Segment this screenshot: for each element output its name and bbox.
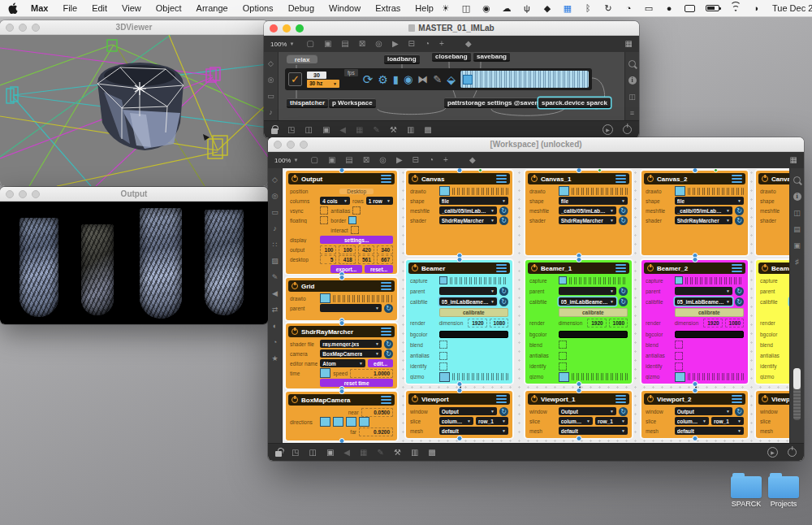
menu-hamburger-icon[interactable]: [381, 282, 391, 290]
value-chip[interactable]: Desktop: [339, 189, 374, 194]
refresh-button[interactable]: ↻: [735, 287, 744, 296]
checkbox[interactable]: [675, 341, 683, 349]
dropdown[interactable]: default▼: [439, 427, 508, 435]
calibrate-button[interactable]: calibrate: [439, 308, 508, 317]
menu-item-debug[interactable]: Debug: [281, 3, 322, 13]
package-icon[interactable]: ◇: [268, 60, 274, 67]
rate-dropdown[interactable]: 30 hz▼: [307, 80, 339, 88]
checkbox[interactable]: [346, 417, 356, 427]
dropdown[interactable]: ▼: [675, 287, 732, 295]
button[interactable]: settings...: [320, 236, 393, 244]
eye-icon[interactable]: ◉: [404, 74, 412, 85]
new-object-icon[interactable]: ▣: [324, 40, 331, 48]
toggle-box[interactable]: ✓: [288, 72, 302, 86]
menu-item-file[interactable]: File: [55, 3, 84, 13]
layers-icon[interactable]: ▣: [326, 449, 334, 457]
refresh-button[interactable]: ↻: [384, 349, 393, 358]
dropdown[interactable]: 05_imLabBeamer2.xml▼: [559, 297, 616, 306]
module-Beamer_3[interactable]: Beamer_3captureparent▼↻calibfile05_imLab…: [756, 260, 789, 384]
module-ShdrRayMarcher[interactable]: ShdrRayMarchershader fileray.menger.jxs▼…: [286, 323, 397, 388]
refresh-button[interactable]: ↻: [499, 297, 508, 306]
checkbox[interactable]: [348, 216, 356, 224]
jitter-icon[interactable]: ∷: [273, 241, 278, 249]
checkbox[interactable]: [559, 372, 569, 382]
sidecar-display-icon[interactable]: ▦: [563, 2, 572, 14]
3d-viewer-canvas[interactable]: [0, 35, 268, 186]
zoom-selector[interactable]: 100%▼: [274, 157, 298, 164]
calibrate-button[interactable]: calibrate: [675, 308, 744, 317]
dropdown[interactable]: Atom▼: [320, 359, 365, 367]
pattern-icon[interactable]: ▩: [424, 126, 431, 134]
dropdown[interactable]: 05_imLabBeamer1.xml▼: [439, 297, 497, 306]
object-box-icon[interactable]: ▢: [310, 156, 317, 164]
menu-hamburger-icon[interactable]: [381, 175, 391, 183]
dropdown[interactable]: column_1▼: [439, 417, 473, 425]
menu-hamburger-icon[interactable]: [381, 396, 391, 404]
dropdown[interactable]: _calib/05/imLab_Canvas03...▼: [675, 206, 732, 215]
audio-icon[interactable]: ◀: [343, 449, 350, 457]
number-field[interactable]: 561: [358, 255, 374, 264]
module-Canvas_3[interactable]: Canvas_3drawtoshapefile▼meshfile_calib/0…: [756, 171, 789, 255]
module-Beamer[interactable]: Beamercaptureparent▼↻calibfile05_imLabBe…: [406, 260, 512, 384]
dropdown[interactable]: file▼: [559, 197, 628, 205]
send-icon[interactable]: ◆: [469, 156, 476, 164]
number-field[interactable]: 418: [339, 255, 355, 264]
rings-icon[interactable]: ◎: [272, 193, 279, 200]
toggle-icon[interactable]: ⊠: [363, 156, 369, 164]
toggle-icon[interactable]: ⊠: [359, 40, 365, 48]
module-Viewport_1[interactable]: Viewport_1windowOutput▼↻slicecolumn_2▼ro…: [525, 391, 632, 438]
object-box-icon[interactable]: ▢: [306, 40, 313, 48]
bookmark-icon[interactable]: ▮: [393, 74, 399, 85]
presentation-icon[interactable]: ◫: [304, 126, 312, 134]
module-Output[interactable]: OutputpositionDesktopcolumns4 cols▼rows1…: [286, 171, 397, 274]
checkbox[interactable]: [359, 417, 369, 427]
rings-icon[interactable]: ◎: [268, 76, 274, 84]
slider-icon[interactable]: ⊟: [412, 156, 419, 164]
object-sparck-device[interactable]: sparck.device sparck: [538, 98, 611, 108]
search-icon[interactable]: [628, 60, 636, 67]
checkbox[interactable]: [439, 186, 450, 196]
keyboard-icon[interactable]: ▭: [644, 2, 654, 14]
module-Beamer_2[interactable]: Beamer_2captureparent▼↻calibfile05_imLab…: [641, 260, 748, 384]
menu-item-help[interactable]: Help: [408, 3, 441, 13]
folder-projects[interactable]: Projects: [765, 473, 802, 508]
menu-hamburger-icon[interactable]: [496, 395, 507, 403]
paint-icon[interactable]: ✎: [374, 126, 380, 134]
dropdown[interactable]: ▼: [439, 287, 497, 295]
master-patcher-canvas[interactable]: relax loadbang closebang savebang ✓ 30 3…: [279, 52, 624, 120]
power-icon[interactable]: [788, 448, 797, 457]
power-icon[interactable]: [762, 176, 768, 182]
node-graph-icon[interactable]: ⧓: [417, 74, 428, 85]
dropdown[interactable]: row_1▼: [711, 417, 744, 425]
refresh-button[interactable]: ↻: [619, 407, 628, 416]
object-savebang[interactable]: savebang: [473, 52, 510, 62]
dropdown[interactable]: 1 row▼: [366, 197, 393, 205]
wrench-icon[interactable]: ⚒: [390, 126, 397, 134]
cloud-sync-icon[interactable]: ☁: [502, 2, 512, 14]
menu-hamburger-icon[interactable]: [615, 395, 626, 403]
power-icon[interactable]: [412, 265, 418, 271]
image-icon[interactable]: ▨: [271, 258, 279, 265]
menu-hamburger-icon[interactable]: [496, 175, 507, 183]
checkbox[interactable]: [320, 293, 330, 303]
attach-icon[interactable]: ✎: [272, 274, 279, 281]
lock-icon[interactable]: [271, 128, 278, 134]
workspace-patcher-canvas[interactable]: OutputpositionDesktopcolumns4 cols▼rows1…: [283, 168, 789, 443]
dropbox-icon[interactable]: ◆: [542, 2, 552, 14]
play-button[interactable]: ▶: [603, 124, 613, 135]
button-icon[interactable]: ◎: [379, 156, 387, 164]
piano-icon[interactable]: ▥: [411, 449, 418, 457]
siri-icon[interactable]: ●: [664, 2, 674, 14]
dropdown[interactable]: BoxMapCamera▼: [320, 349, 382, 358]
checkbox[interactable]: [559, 276, 567, 284]
menu-item-view[interactable]: View: [114, 3, 149, 13]
dropdown[interactable]: file▼: [675, 197, 744, 205]
select-tool-icon[interactable]: ◳: [287, 126, 295, 134]
pattern-icon[interactable]: ▩: [428, 449, 435, 457]
add-object-icon[interactable]: +: [443, 156, 448, 164]
checkbox[interactable]: [439, 341, 447, 349]
dropdown[interactable]: 4 cols▼: [320, 197, 350, 205]
object-closebang[interactable]: closebang: [432, 52, 471, 62]
sync-icon[interactable]: ↻: [603, 2, 613, 14]
playbar-icon[interactable]: ▶: [396, 156, 403, 164]
